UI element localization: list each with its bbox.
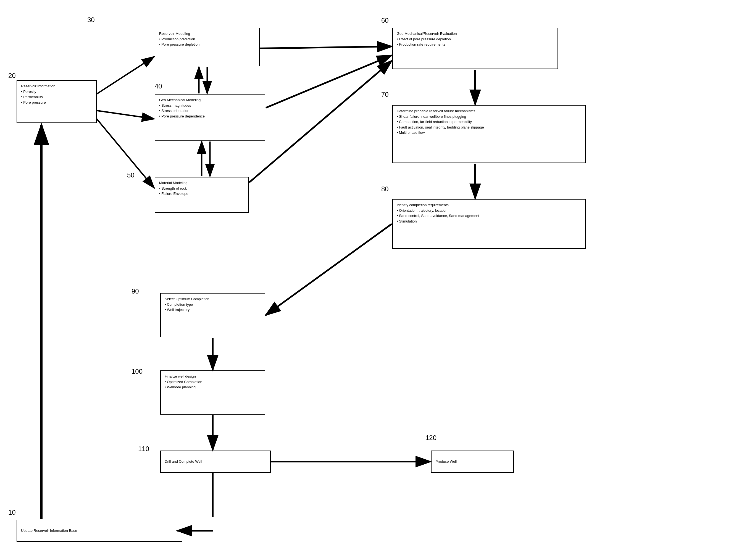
drill-complete-title: Drill and Complete Well: [165, 459, 202, 464]
material-modeling-item-1: Strength of rock: [159, 186, 244, 191]
update-reservoir-box: Update Reservoir Information Base: [17, 520, 182, 542]
select-completion-title: Select Optimum Completion: [165, 296, 261, 302]
completion-reqs-item-3: Stimulation: [397, 219, 581, 224]
reservoir-modeling-item-2: Pore pressure depletion: [159, 42, 255, 47]
reservoir-modeling-box: Reservoir Modeling Production prediction…: [155, 28, 260, 66]
failure-mechanisms-box: Determine probable reservoir failure mec…: [392, 105, 586, 163]
label-20: 20: [8, 72, 16, 80]
select-completion-item-2: Well trajectory: [165, 307, 261, 313]
reservoir-info-item-2: Permeability: [21, 94, 92, 100]
label-50: 50: [127, 171, 135, 179]
failure-mechanisms-item-1: Shear failure, near wellbore fines plugg…: [397, 114, 581, 119]
finalize-design-box: Finalize well design Optimized Completio…: [160, 370, 265, 415]
failure-mechanisms-title: Determine probable reservoir failure mec…: [397, 108, 581, 114]
reservoir-modeling-title: Reservoir Modeling: [159, 31, 255, 36]
completion-reqs-box: Identify completion requirements Orienta…: [392, 199, 586, 249]
diagram: 30 20 40 50 60 70 80 90 100 110 120 10 R…: [0, 0, 731, 560]
arrow-ri-to-rm: [97, 57, 154, 94]
geo-mech-modeling-item-3: Pore pressure dependence: [159, 114, 261, 119]
reservoir-info-box: Reservoir Information Porosity Permeabil…: [17, 80, 97, 123]
failure-mechanisms-item-2: Compaction, far field reduction in perme…: [397, 119, 581, 125]
label-120: 120: [425, 434, 436, 442]
completion-reqs-item-2: Sand control, Sand avoidance, Sand manag…: [397, 213, 581, 219]
label-100: 100: [132, 368, 143, 375]
geo-mech-eval-item-1: Effect of pore pressure depletion: [397, 36, 554, 42]
finalize-design-item-1: Optimized Completion: [165, 379, 261, 385]
failure-mechanisms-item-3: Fault activation, seal integrity, beddin…: [397, 125, 581, 130]
label-80: 80: [381, 185, 389, 193]
label-10: 10: [8, 509, 16, 516]
label-110: 110: [138, 445, 149, 453]
produce-well-box: Produce Well: [431, 451, 514, 473]
arrow-rm-to-gme: [260, 46, 392, 48]
reservoir-info-item-1: Porosity: [21, 89, 92, 95]
label-70: 70: [381, 91, 389, 98]
failure-mechanisms-item-4: Multi phase flow: [397, 130, 581, 135]
geo-mech-eval-item-2: Production rate requirements: [397, 42, 554, 47]
finalize-design-title: Finalize well design: [165, 374, 261, 379]
arrows-layer: [0, 0, 731, 560]
geo-mech-modeling-item-1: Stress magnitudes: [159, 103, 261, 108]
produce-well-title: Produce Well: [435, 459, 457, 464]
arrow-cr-to-sc: [266, 224, 392, 315]
completion-reqs-item-1: Orientation, trajectory, location: [397, 208, 581, 213]
reservoir-info-item-3: Pore pressure: [21, 100, 92, 105]
drill-complete-box: Drill and Complete Well: [160, 451, 271, 473]
geo-mech-eval-title: Geo Mechanical/Reservoir Evaluation: [397, 31, 554, 36]
geo-mech-modeling-item-2: Stress orientation: [159, 108, 261, 114]
reservoir-modeling-item-1: Production prediction: [159, 36, 255, 42]
label-60: 60: [381, 17, 389, 24]
arrow-mm-to-gme: [249, 61, 392, 182]
arrow-gmm-to-gme: [266, 55, 392, 108]
geo-mech-eval-box: Geo Mechanical/Reservoir Evaluation Effe…: [392, 28, 558, 69]
arrow-ri-to-mm: [97, 119, 154, 188]
arrow-ri-to-gmm: [97, 111, 154, 119]
select-completion-item-1: Completion type: [165, 302, 261, 307]
label-40: 40: [155, 82, 162, 90]
update-reservoir-title: Update Reservoir Information Base: [21, 528, 77, 533]
finalize-design-item-2: Wellbore planning: [165, 384, 261, 390]
label-30: 30: [87, 16, 95, 24]
completion-reqs-title: Identify completion requirements: [397, 202, 581, 208]
geo-mech-modeling-title: Geo Mechanical Modeling: [159, 97, 261, 103]
material-modeling-box: Material Modeling Strength of rock Failu…: [155, 177, 249, 213]
label-90: 90: [132, 287, 139, 295]
geo-mech-modeling-box: Geo Mechanical Modeling Stress magnitude…: [155, 94, 265, 141]
select-completion-box: Select Optimum Completion Completion typ…: [160, 293, 265, 337]
reservoir-info-title: Reservoir Information: [21, 83, 92, 89]
material-modeling-item-2: Failure Envelope: [159, 191, 244, 197]
material-modeling-title: Material Modeling: [159, 180, 244, 186]
